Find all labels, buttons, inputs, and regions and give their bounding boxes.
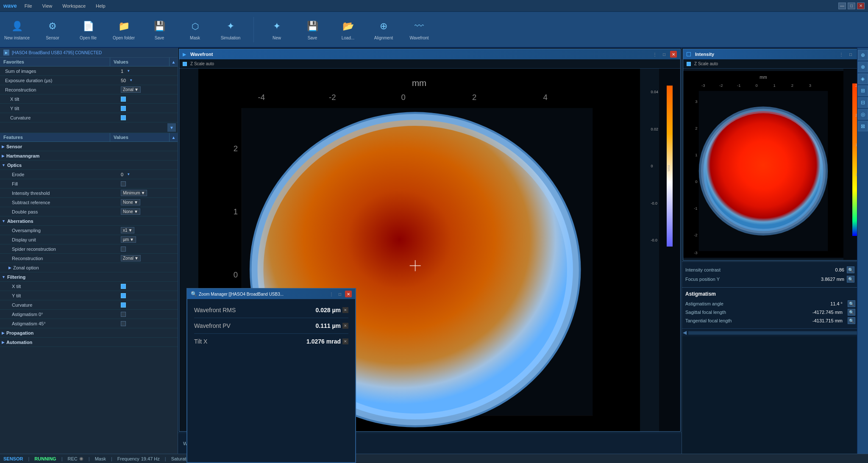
new-instance-button[interactable]: 👤 New instance — [4, 19, 30, 40]
sum-arrow[interactable]: ▼ — [127, 69, 130, 73]
zoom-pv-close[interactable]: ✕ — [342, 323, 348, 329]
zoom-maximize-button[interactable]: □ — [337, 291, 343, 297]
right-tool-2[interactable]: ⊗ — [858, 62, 868, 72]
exposure-arrow[interactable]: ▼ — [129, 78, 133, 82]
right-tool-6[interactable]: ◎ — [858, 109, 868, 119]
filtering-expand-icon: ▼ — [2, 275, 6, 279]
intensity-threshold-label: Intensity threshold — [8, 191, 121, 196]
erode-value[interactable]: 0 ▼ — [121, 172, 176, 177]
intensity-maximize-button[interactable]: □ — [847, 51, 854, 58]
favorites-scroll-down[interactable]: ▼ — [167, 123, 176, 132]
oversampling-value[interactable]: x1 ▼ — [121, 227, 176, 233]
zoom-rms-close[interactable]: ✕ — [342, 307, 348, 313]
intensity-z-scale-check[interactable] — [687, 62, 691, 66]
double-pass-value[interactable]: None ▼ — [121, 208, 176, 215]
zoom-close-button[interactable]: ✕ — [345, 291, 352, 297]
load-button[interactable]: 📂 Load... — [335, 19, 361, 40]
reconstruction-value[interactable]: Zonal ▼ — [121, 86, 176, 93]
favorites-scroll-up[interactable]: ▲ — [169, 58, 178, 66]
intensity-contrast-search[interactable]: 🔍 — [847, 266, 854, 273]
astig-angle-search[interactable]: 🔍 — [848, 300, 855, 307]
zonal-option-tree-item[interactable]: ▶ Zonal option — [0, 263, 178, 272]
mask-button[interactable]: ⬡ Mask — [182, 19, 208, 40]
ytilt-checkbox[interactable] — [121, 106, 126, 111]
play-button[interactable]: ▶ — [3, 50, 9, 55]
open-folder-button[interactable]: 📁 Open folder — [111, 19, 136, 40]
optics-tree-item[interactable]: ▼ Optics — [0, 161, 178, 170]
maximize-button[interactable]: □ — [848, 3, 855, 9]
sensor-tree-item[interactable]: ▶ Sensor — [0, 142, 178, 151]
fill-checkbox[interactable] — [121, 181, 126, 186]
focus-pos-search[interactable]: 🔍 — [847, 276, 854, 283]
filtering-tree-item[interactable]: ▼ Filtering — [0, 272, 178, 282]
wavefront-titlebar: ▶ Wavefront ⋮ □ ✕ — [179, 49, 680, 59]
wavefront-settings-icon[interactable]: ⋮ — [651, 51, 658, 58]
recon-abr-value[interactable]: Zonal ▼ — [121, 255, 176, 261]
save-right-button[interactable]: 💾 Save — [300, 19, 325, 40]
zoom-tiltx-close[interactable]: ✕ — [342, 338, 348, 344]
z-scale-check[interactable] — [183, 62, 187, 66]
aberrations-tree-item[interactable]: ▼ Aberrations — [0, 216, 178, 226]
curvature-feat-checkbox[interactable] — [121, 302, 126, 308]
menu-view[interactable]: View — [40, 3, 55, 9]
display-unit-dropdown[interactable]: µm ▼ — [121, 236, 136, 243]
sum-of-images-value[interactable]: 1 ▼ — [121, 69, 176, 74]
intensity-settings-icon[interactable]: ⋮ — [838, 51, 845, 58]
intensity-threshold-dropdown[interactable]: Minimum ▼ — [121, 190, 147, 196]
astig0-checkbox[interactable] — [121, 312, 126, 317]
subtract-reference-value[interactable]: None ▼ — [121, 199, 176, 205]
recon-abr-dropdown[interactable]: Zonal ▼ — [121, 255, 141, 261]
menu-file[interactable]: File — [22, 3, 35, 9]
hartmanngram-tree-item[interactable]: ▶ Hartmanngram — [0, 151, 178, 161]
tangential-search[interactable]: 🔍 — [848, 317, 855, 324]
menu-help[interactable]: Help — [93, 3, 108, 9]
spider-checkbox[interactable] — [121, 247, 126, 252]
close-button[interactable]: ✕ — [857, 3, 865, 9]
exposure-value[interactable]: 50 ▼ — [121, 78, 176, 83]
intensity-threshold-value[interactable]: Minimum ▼ — [121, 190, 176, 196]
xtilt-favorites-row: X tilt — [0, 94, 178, 104]
wavefront-close-button[interactable]: ✕ — [670, 51, 677, 58]
propagation-tree-item[interactable]: ▶ Propagation — [0, 328, 178, 338]
erode-arrow[interactable]: ▼ — [127, 172, 130, 176]
new-right-button[interactable]: ✦ New — [264, 19, 289, 40]
scroll-track[interactable] — [688, 331, 862, 335]
reconstruction-dropdown[interactable]: Zonal ▼ — [121, 86, 141, 93]
right-tool-5[interactable]: ⊟ — [858, 97, 868, 108]
xtilt-checkbox[interactable] — [121, 97, 126, 102]
ytilt-feat-checkbox[interactable] — [121, 293, 126, 298]
astig45-value — [121, 321, 176, 326]
wavefront-maximize-button[interactable]: □ — [661, 51, 668, 58]
sensor-button[interactable]: ⚙ Sensor — [40, 19, 65, 40]
alignment-button[interactable]: ⊕ Alignment — [371, 19, 396, 40]
oversampling-dropdown[interactable]: x1 ▼ — [121, 227, 134, 233]
right-tool-7[interactable]: ⊠ — [858, 121, 868, 131]
wavefront-button[interactable]: 〰 Wavefront — [406, 19, 432, 40]
xtilt-feat-checkbox[interactable] — [121, 284, 126, 289]
save-icon: 💾 — [152, 19, 167, 34]
right-tool-3[interactable]: ◈ — [858, 74, 868, 84]
right-tool-4[interactable]: ⊞ — [858, 86, 868, 96]
open-file-button[interactable]: 📄 Open file — [75, 19, 101, 40]
display-unit-value[interactable]: µm ▼ — [121, 236, 176, 243]
minimize-button[interactable]: — — [838, 3, 846, 9]
astig45-checkbox[interactable] — [121, 321, 126, 326]
new-instance-icon: 👤 — [9, 19, 25, 34]
sagittal-search[interactable]: 🔍 — [848, 309, 855, 316]
curvature-checkbox[interactable] — [121, 115, 126, 120]
scroll-left-button[interactable]: ◀ — [683, 330, 687, 335]
features-scroll-up[interactable]: ▲ — [169, 133, 178, 141]
mask-label: Mask — [190, 36, 200, 40]
sagittal-row: Sagittal focal length -4172.745 mm 🔍 ↗ — [685, 308, 865, 316]
zonal-expand-icon: ▶ — [8, 266, 11, 270]
save-button[interactable]: 💾 Save — [147, 19, 172, 40]
automation-tree-item[interactable]: ▶ Automation — [0, 338, 178, 347]
intensity-check-icon[interactable] — [687, 52, 691, 56]
right-tool-1[interactable]: ⊕ — [858, 50, 868, 60]
simulation-button[interactable]: ✦ Simulation — [218, 19, 243, 40]
double-pass-dropdown[interactable]: None ▼ — [121, 208, 140, 215]
subtract-reference-dropdown[interactable]: None ▼ — [121, 199, 140, 205]
optics-label: Optics — [7, 163, 22, 168]
zoom-settings-icon[interactable]: ⋮ — [328, 291, 335, 297]
menu-workspace[interactable]: Workspace — [60, 3, 88, 9]
